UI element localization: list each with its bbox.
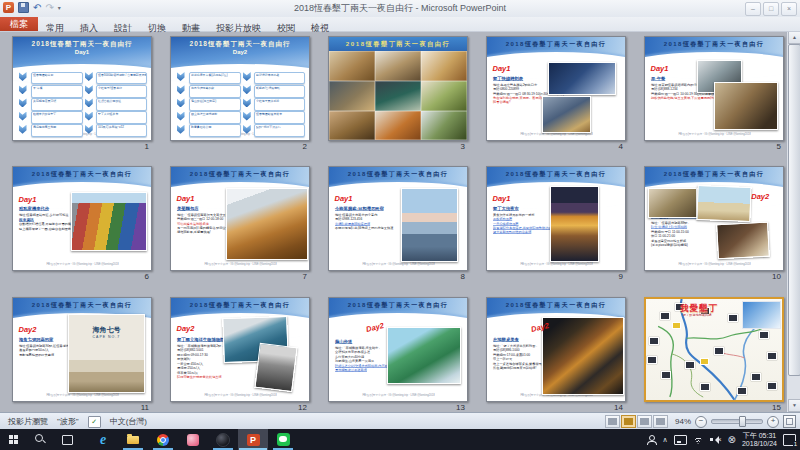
hidden-icons-chevron-icon[interactable]: ∧ (662, 436, 667, 443)
slide-title: 2018恆春墾丁兩天一夜自由行 (487, 170, 625, 179)
task-view-taskbar-icon[interactable] (54, 429, 81, 450)
ribbon-tab-6[interactable]: 投影片放映 (208, 23, 269, 33)
theme-name-label[interactable]: "波形" (57, 416, 79, 427)
ribbon-tab-1[interactable]: 常用 (38, 23, 72, 33)
ribbon-tab-4[interactable]: 切換 (140, 23, 174, 33)
normal-view-button[interactable] (605, 415, 620, 428)
windows-taskbar: eP ∧ × ⊗ 下午 05:31 2018/10/24 1 (0, 429, 800, 450)
slide-thumbnail-7[interactable]: 2018恆春墾丁兩天一夜自由行Day1美菊麵包店地址:「恆春鎮恆南路與天文路交叉… (170, 166, 310, 271)
opera-taskbar-icon[interactable] (208, 429, 238, 450)
agenda-item: 小杜包子買伴手禮 (254, 98, 306, 111)
close-button[interactable]: × (781, 2, 797, 16)
slide-day-label: Day2 (171, 49, 309, 55)
slide-footer: FB:恆春|墾丁小旅行 · IG:@kenting.trip · LINE:@k… (649, 132, 780, 136)
agenda-item: 船帆石/台灣最南點 (254, 85, 306, 98)
slide-thumbnail-3[interactable]: 2018恆春墾丁兩天一夜自由行 (328, 36, 468, 141)
photo (254, 343, 297, 393)
language-label[interactable]: 中文(台灣) (110, 416, 147, 427)
scroll-down-button[interactable]: ▼ (788, 399, 800, 412)
slide-thumbnail-10[interactable]: 2018恆春墾丁兩天一夜自由行Day2波波廚房 Kitchen Swell地址:… (644, 166, 784, 271)
display-icon[interactable] (674, 435, 687, 445)
spell-check-icon[interactable]: ✓ (88, 416, 101, 428)
line-taskbar-icon[interactable] (268, 429, 298, 450)
powerpoint-taskbar-icon[interactable]: P (238, 429, 268, 450)
redo-icon[interactable]: ↷ (45, 3, 53, 13)
people-icon[interactable] (646, 435, 656, 445)
slide-day-label: Day1 (19, 195, 37, 204)
scrollbar-thumb[interactable] (788, 44, 800, 376)
agenda-item: 小杜包子/恆春老街 (96, 85, 148, 98)
ribbon-tab-5[interactable]: 動畫 (174, 23, 208, 33)
scroll-up-button[interactable]: ▲ (788, 31, 800, 44)
slide-thumbnail-14[interactable]: 2018恆春墾丁兩天一夜自由行Day2在地辦桌美食地址:「墾丁大街派出所斜對面」… (486, 297, 626, 402)
circle-x-icon[interactable]: ⊗ (728, 435, 736, 445)
taskbar-apps: eP (0, 429, 298, 450)
powerpoint-app-icon[interactable]: P (3, 2, 14, 13)
slide-thumbnail-11[interactable]: 2018恆春墾丁兩天一夜自由行Day2海角七號阿嘉的家地址:恆春鎮光明路90號,… (12, 297, 152, 402)
slide-cell: 2018恆春墾丁兩天一夜自由行Day1墾丁大街夜市美食與伴手禮買不完的一條街石板… (486, 166, 626, 284)
slide-sorter[interactable]: ▲ ▼ 2018恆春墾丁兩天一夜自由行Day1恆春轉運站出發早·午餐美菊麵包店買… (0, 31, 800, 412)
slide-sorter-view-button[interactable] (621, 415, 636, 428)
slide-thumbnail-4[interactable]: 2018恆春墾丁兩天一夜自由行Day1墾丁快線時刻表地址:高雄左營高鐵站2號出口… (486, 36, 626, 141)
zoom-percentage[interactable]: 94% (675, 417, 691, 426)
ribbon-tab-7[interactable]: 校閱 (269, 23, 303, 33)
reading-view-button[interactable] (637, 415, 652, 428)
ribbon-tab-2[interactable]: 插入 (72, 23, 106, 33)
maximize-button[interactable]: □ (763, 2, 779, 16)
paint-taskbar-icon[interactable] (178, 429, 208, 450)
clock[interactable]: 下午 05:31 2018/10/24 (742, 432, 777, 448)
vertical-scrollbar[interactable]: ▲ ▼ (786, 31, 800, 412)
slide-thumbnail-12[interactable]: 2018恆春墾丁兩天一夜自由行Day2墾丁國立海洋生物博物館地址:「車城鄉後灣村… (170, 297, 310, 402)
tab-file[interactable]: 檔案 (0, 17, 38, 31)
slide-cell: 2018恆春墾丁兩天一夜自由行Day1恆春轉運站出發早·午餐美菊麵包店買可頌租機… (12, 36, 152, 154)
slide-number: 8 (461, 272, 465, 281)
minimize-button[interactable]: – (745, 2, 761, 16)
zoom-out-button[interactable]: − (695, 416, 707, 428)
agenda-item-text: 恆春3000啤酒博物館 / 台電南部展示館 (97, 73, 148, 77)
agenda-item-text: 小杜包子/恆春老街 (97, 86, 148, 90)
slide-thumbnail-6[interactable]: 2018恆春墾丁兩天一夜自由行Day1租私家機車代步地址:恆春轉運站附近,步行即… (12, 166, 152, 271)
undo-icon[interactable]: ↶ (33, 3, 41, 13)
map-photo-marker (714, 347, 724, 355)
slide-cell: 我愛墾丁墾丁旅遊地圖資訊網15 (644, 297, 784, 412)
slide-number: 7 (303, 272, 307, 281)
save-icon[interactable] (18, 2, 29, 13)
slideshow-view-button[interactable] (653, 415, 668, 428)
ribbon-tab-3[interactable]: 設計 (106, 23, 140, 33)
explorer-taskbar-icon[interactable] (118, 429, 148, 450)
ribbon-tab-8[interactable]: 檢視 (303, 23, 337, 33)
agenda-item-text: 白沙灣沙灘玩水趣 (255, 73, 306, 77)
fit-to-window-button[interactable] (783, 415, 796, 428)
slide-cell: 2018恆春墾丁兩天一夜自由行Day1墾丁快線時刻表地址:高雄左營高鐵站2號出口… (486, 36, 626, 154)
qat-dropdown-icon[interactable]: ▾ (58, 3, 61, 13)
zoom-slider-thumb[interactable] (739, 416, 746, 427)
action-center-icon[interactable]: 1 (783, 434, 796, 446)
zoom-slider[interactable] (711, 419, 763, 424)
chrome-taskbar-icon[interactable] (148, 429, 178, 450)
agenda-item-text: 波波廚房早午餐(記得先訂位) (190, 73, 241, 77)
slide-thumbnail-15[interactable]: 我愛墾丁墾丁旅遊地圖資訊網 (644, 297, 784, 402)
slide-thumbnail-9[interactable]: 2018恆春墾丁兩天一夜自由行Day1墾丁大街夜市美食與伴手禮買不完的一條街石板… (486, 166, 626, 271)
slide-thumbnail-2[interactable]: 2018恆春墾丁兩天一夜自由行Day2波波廚房早午餐(記得先訂位)海角七號阿嘉的… (170, 36, 310, 141)
slide-thumbnail-13[interactable]: 2018恆春墾丁兩天一夜自由行Day2龜山步道地址:「車城鄉後灣路,海生館旁」全… (328, 297, 468, 402)
start-taskbar-icon[interactable] (0, 429, 27, 450)
slide-thumbnail-5[interactable]: 2018恆春墾丁兩天一夜自由行Day1早·午餐地址:屏東縣恆春鎮福德路內的小巷電… (644, 36, 784, 141)
slide-thumbnail-8[interactable]: 2018恆春墾丁兩天一夜自由行Day1今晚落腳處:日和灣居民宿地址:恆春鎮大光路… (328, 166, 468, 271)
slide-cell: 2018恆春墾丁兩天一夜自由行Day2龜山步道地址:「車城鄉後灣路,海生館旁」全… (328, 297, 468, 412)
volume-muted-icon[interactable]: × (710, 435, 722, 444)
search-taskbar-icon[interactable] (27, 429, 54, 450)
photo (401, 188, 458, 262)
photo (421, 81, 467, 111)
zoom-in-button[interactable]: + (767, 416, 779, 428)
map-photo-marker (647, 356, 657, 364)
slide-cell: 2018恆春墾丁兩天一夜自由行Day2海角七號阿嘉的家地址:恆春鎮光明路90號,… (12, 297, 152, 412)
photo (375, 81, 422, 111)
agenda-item-text: 租機車代步遊墾丁 (32, 112, 83, 116)
ie-taskbar-icon[interactable]: e (88, 429, 118, 450)
wifi-icon[interactable] (693, 435, 704, 444)
slide-thumbnail-1[interactable]: 2018恆春墾丁兩天一夜自由行Day1恆春轉運站出發早·午餐美菊麵包店買可頌租機… (12, 36, 152, 141)
slide-number: 12 (298, 403, 307, 412)
bullet-line: 踩雷筆記分享在這裡,出發前記得先做功課,希望大家都買到好吃的店家唷 (493, 226, 556, 234)
quick-access-toolbar: P ↶ ↷ ▾ (3, 2, 61, 13)
slide-cell: 2018恆春墾丁兩天一夜自由行Day1今晚落腳處:日和灣居民宿地址:恆春鎮大光路… (328, 166, 468, 284)
